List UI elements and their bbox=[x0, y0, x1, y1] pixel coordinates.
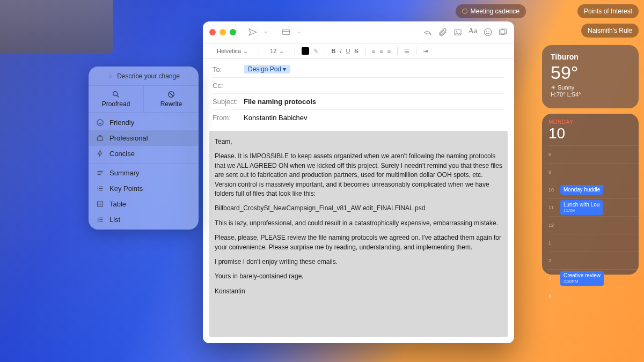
tone-concise[interactable]: Concise bbox=[89, 146, 199, 161]
svg-line-2 bbox=[117, 95, 119, 97]
traffic-lights bbox=[209, 29, 236, 35]
mail-compose-window: Aa Helvetica ⌄ 12 ⌄ ✎ B I U S ≡ ≡ ≡ ☰ ⇥ … bbox=[203, 21, 514, 343]
keypoints-icon bbox=[96, 184, 104, 193]
svg-point-21 bbox=[98, 217, 99, 218]
mail-headers: To: Design Pod ▾ Cc: Subject: File namin… bbox=[203, 59, 514, 128]
weather-hilo: H:70° L:54° bbox=[551, 91, 630, 98]
calendar-day: 10 bbox=[548, 125, 573, 142]
describe-change-button[interactable]: Describe your change bbox=[89, 67, 199, 85]
calendar-dow: MONDAY bbox=[548, 119, 573, 125]
svg-point-6 bbox=[99, 122, 99, 122]
from-field[interactable]: Konstantin Babichev bbox=[244, 114, 308, 122]
calendar-event[interactable]: Creative review 2:30PM bbox=[560, 271, 604, 286]
weather-condition: ☀︎ Sunny bbox=[551, 84, 630, 91]
note-chip-poi[interactable]: Points of Interest bbox=[577, 4, 639, 18]
send-icon[interactable] bbox=[248, 27, 258, 37]
rewrite-button[interactable]: Rewrite bbox=[144, 86, 199, 112]
svg-point-0 bbox=[109, 75, 112, 78]
format-keypoints[interactable]: Key Points bbox=[89, 181, 199, 196]
chevron-down-icon[interactable] bbox=[263, 27, 268, 37]
bold-button[interactable]: B bbox=[332, 48, 336, 54]
svg-line-4 bbox=[170, 93, 173, 97]
svg-point-22 bbox=[98, 219, 99, 220]
underline-button[interactable]: U bbox=[346, 48, 350, 54]
weather-widget[interactable]: Tiburon 59° ☀︎ Sunny H:70° L:54° bbox=[542, 45, 639, 108]
photo-browser-icon[interactable] bbox=[498, 27, 508, 37]
updown-icon: ⌄ bbox=[243, 48, 248, 55]
calendar-event[interactable]: Lunch with Lou 11AM bbox=[560, 200, 603, 215]
calendar-body: 8 9 10 Monday huddle 11 Lunch with Lou 1… bbox=[548, 145, 639, 305]
fontsize-selector[interactable]: 12 ⌄ bbox=[266, 47, 288, 56]
format-icon[interactable]: Aa bbox=[468, 27, 478, 37]
zoom-button[interactable] bbox=[230, 29, 236, 35]
reply-icon[interactable] bbox=[423, 27, 433, 37]
tone-list: Friendly Professional Concise Summary Ke… bbox=[89, 113, 199, 230]
sparkle-icon bbox=[107, 73, 114, 79]
svg-point-30 bbox=[456, 31, 457, 32]
subject-label: Subject: bbox=[213, 98, 244, 106]
chip-label: Meeting cadence bbox=[471, 8, 519, 15]
svg-point-5 bbox=[97, 120, 103, 125]
cc-label: Cc: bbox=[213, 82, 244, 90]
text-color-dropper-icon[interactable]: ✎ bbox=[313, 48, 318, 55]
smile-icon bbox=[96, 119, 104, 127]
svg-point-16 bbox=[97, 188, 98, 189]
updown-icon: ⌄ bbox=[279, 48, 284, 55]
weather-temp: 59° bbox=[551, 62, 630, 83]
close-button[interactable] bbox=[209, 29, 216, 35]
mail-body[interactable]: Team, Please. It is IMPOSSIBLE to keep a… bbox=[209, 131, 508, 337]
format-list[interactable]: List bbox=[89, 212, 199, 227]
to-label: To: bbox=[213, 65, 244, 73]
text-color-swatch[interactable] bbox=[302, 47, 309, 55]
tone-professional[interactable]: Professional bbox=[89, 130, 199, 146]
indent-button[interactable]: ⇥ bbox=[423, 48, 428, 55]
tone-friendly[interactable]: Friendly bbox=[89, 115, 199, 130]
summary-icon bbox=[96, 169, 104, 177]
rewrite-icon bbox=[167, 90, 175, 99]
svg-rect-8 bbox=[98, 137, 103, 141]
note-chip-rule[interactable]: Naismith's Rule bbox=[581, 24, 639, 38]
italic-button[interactable]: I bbox=[340, 48, 341, 54]
align-left-icon[interactable]: ≡ bbox=[372, 48, 375, 54]
bolt-icon bbox=[96, 150, 104, 158]
svg-point-15 bbox=[97, 187, 98, 188]
svg-point-32 bbox=[486, 31, 487, 32]
recipient-token[interactable]: Design Pod ▾ bbox=[244, 65, 290, 73]
magnify-icon bbox=[112, 90, 120, 99]
svg-point-17 bbox=[97, 190, 98, 191]
chip-label: Naismith's Rule bbox=[588, 27, 632, 34]
proofread-button[interactable]: Proofread bbox=[89, 86, 143, 112]
chip-label: Points of Interest bbox=[584, 8, 632, 15]
subject-field[interactable]: File naming protocols bbox=[244, 98, 316, 106]
header-fields-icon[interactable] bbox=[281, 27, 291, 37]
format-summary[interactable]: Summary bbox=[89, 165, 199, 181]
align-right-icon[interactable]: ≡ bbox=[387, 48, 391, 54]
svg-point-1 bbox=[113, 92, 118, 96]
list-button[interactable]: ☰ bbox=[404, 48, 409, 55]
emoji-icon[interactable] bbox=[483, 27, 493, 37]
svg-point-23 bbox=[98, 221, 99, 222]
calendar-widget[interactable]: MONDAY 10 8 9 10 Monday huddle 11 Lunch … bbox=[542, 114, 639, 275]
format-table[interactable]: Table bbox=[89, 196, 199, 212]
svg-rect-27 bbox=[282, 30, 290, 35]
chevron-down-icon: ▾ bbox=[283, 65, 286, 73]
font-selector[interactable]: Helvetica ⌄ bbox=[213, 47, 252, 56]
strike-button[interactable]: S bbox=[354, 48, 358, 54]
briefcase-icon bbox=[96, 134, 104, 142]
image-icon[interactable] bbox=[453, 27, 463, 37]
from-label: From: bbox=[213, 114, 244, 122]
window-titlebar[interactable]: Aa bbox=[203, 21, 514, 43]
table-icon bbox=[96, 200, 104, 208]
minimize-button[interactable] bbox=[219, 29, 226, 35]
sun-icon: ☀︎ bbox=[551, 84, 556, 91]
calendar-event[interactable]: Monday huddle bbox=[560, 185, 603, 195]
chevron-down-icon[interactable] bbox=[296, 27, 302, 37]
format-bar: Helvetica ⌄ 12 ⌄ ✎ B I U S ≡ ≡ ≡ ☰ ⇥ bbox=[203, 43, 514, 59]
weather-city: Tiburon bbox=[551, 53, 630, 61]
reminder-chip-meeting[interactable]: Meeting cadence bbox=[456, 4, 526, 18]
circle-icon bbox=[462, 9, 467, 14]
align-center-icon[interactable]: ≡ bbox=[379, 48, 383, 54]
writing-tools-popover: Describe your change Proofread Rewrite F… bbox=[89, 67, 199, 230]
attachment-icon[interactable] bbox=[438, 27, 448, 37]
desktop-photo-thumbnail bbox=[0, 0, 113, 54]
